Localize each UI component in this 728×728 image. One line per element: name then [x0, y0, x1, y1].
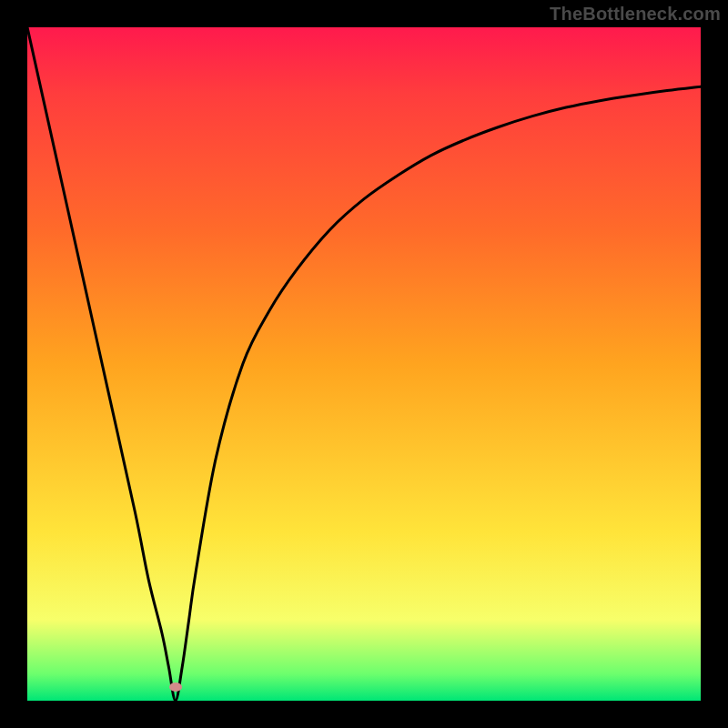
- watermark-text: TheBottleneck.com: [550, 4, 721, 25]
- bottleneck-curve: [27, 27, 701, 701]
- chart-stage: TheBottleneck.com: [0, 0, 728, 728]
- curve-svg: [27, 27, 701, 701]
- plot-area: [27, 27, 701, 701]
